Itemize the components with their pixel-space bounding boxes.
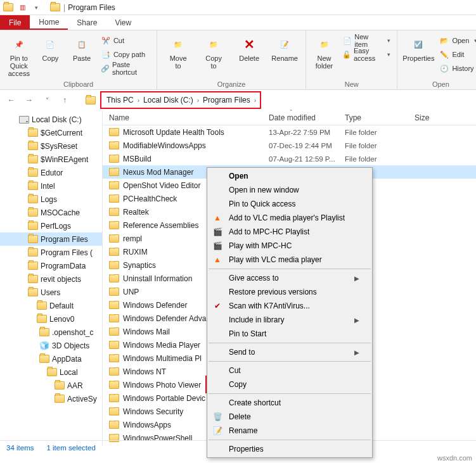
edit-icon: ✏️ <box>439 49 449 60</box>
file-date: 07-Dec-19 2:44 PM <box>269 142 345 149</box>
copy-to-button[interactable]: 📁Copy to <box>198 33 229 70</box>
tree-item[interactable]: Intel <box>0 179 102 193</box>
tab-file[interactable]: File <box>0 15 30 30</box>
tree-item[interactable]: Program Files ( <box>0 246 102 259</box>
rename-button[interactable]: 📝Rename <box>269 33 300 62</box>
menu-copy[interactable]: Copy <box>207 377 372 391</box>
menu-cut[interactable]: Cut <box>207 364 372 377</box>
menu-scan-antivirus[interactable]: ✔Scan with K7AntiVirus... <box>207 299 372 313</box>
chevron-right-icon[interactable]: › <box>197 97 199 104</box>
tree-item[interactable]: $SysReset <box>0 139 102 153</box>
new-folder-button[interactable]: 📁New folder <box>311 33 337 70</box>
file-row[interactable]: Microsoft Update Health Tools13-Apr-22 7… <box>103 125 476 139</box>
tree-item[interactable]: Local <box>0 365 102 379</box>
chevron-right-icon[interactable]: › <box>138 97 139 104</box>
menu-rename[interactable]: 📝Rename <box>207 424 372 438</box>
folder-icon <box>109 274 119 282</box>
file-row[interactable]: MSBuild07-Aug-21 12:59 P...File folder <box>103 152 476 165</box>
crumb-folder[interactable]: Program Files <box>202 96 252 105</box>
edit-button[interactable]: ✏️Edit <box>438 48 476 61</box>
file-name: MSBuild <box>123 155 151 163</box>
menu-restore-versions[interactable]: Restore previous versions <box>207 285 372 299</box>
column-name[interactable]: Name <box>103 110 269 125</box>
menu-mpc-play[interactable]: 🎬Play with MPC-HC <box>207 239 372 253</box>
file-row[interactable]: ModifiableWindowsApps07-Dec-19 2:44 PMFi… <box>103 139 476 152</box>
chevron-right-icon[interactable]: › <box>254 97 256 104</box>
copy-path-button[interactable]: 📑Copy path <box>100 48 151 61</box>
move-to-button[interactable]: 📁Move to <box>162 33 194 70</box>
menu-give-access[interactable]: Give access to▶ <box>207 271 372 285</box>
tree-item[interactable]: 🧊3D Objects <box>0 339 102 352</box>
history-button[interactable]: 🕘History <box>438 62 476 75</box>
tree-item[interactable]: Local Disk (C:) <box>0 113 102 126</box>
pin-quick-access-button[interactable]: 📌Pin to Quick access <box>5 33 33 77</box>
paste-shortcut-button[interactable]: 🔗Paste shortcut <box>100 62 151 75</box>
column-type[interactable]: Type <box>345 110 415 125</box>
tab-view[interactable]: View <box>106 15 140 30</box>
crumb-this-pc[interactable]: This PC <box>105 96 135 105</box>
forward-button[interactable]: → <box>23 94 35 106</box>
tree-item[interactable]: Edutor <box>0 166 102 179</box>
menu-vlc-play[interactable]: ▲Play with VLC media player <box>207 253 372 267</box>
tree-item[interactable]: .openshot_c <box>0 326 102 339</box>
paste-button[interactable]: 📋Paste <box>68 33 96 62</box>
column-size[interactable]: Size <box>415 110 476 125</box>
delete-button[interactable]: ✕Delete <box>233 33 265 62</box>
menu-vlc-add[interactable]: ▲Add to VLC media player's Playlist <box>207 211 372 225</box>
menu-open[interactable]: Open <box>207 169 372 183</box>
file-type: File folder <box>345 129 415 136</box>
open-button[interactable]: 📂Open▾ <box>438 34 476 47</box>
tree-item[interactable]: ActiveSy <box>0 392 102 405</box>
tree-item[interactable]: PerfLogs <box>0 219 102 232</box>
navigation-pane[interactable]: Local Disk (C:)$GetCurrent$SysReset$WinR… <box>0 110 103 446</box>
file-name: Windows Security <box>123 407 183 416</box>
crumb-drive[interactable]: Local Disk (C:) <box>142 96 195 105</box>
menu-mpc-add[interactable]: 🎬Add to MPC-HC Playlist <box>207 225 372 239</box>
menu-create-shortcut[interactable]: Create shortcut <box>207 396 372 410</box>
cut-button[interactable]: ✂️Cut <box>100 34 151 47</box>
address-bar[interactable]: This PC › Local Disk (C:) › Program File… <box>101 92 260 108</box>
new-item-button[interactable]: 📄New item▾ <box>341 34 392 47</box>
folder-icon <box>109 381 119 389</box>
tree-item[interactable]: $WinREAgent <box>0 153 102 166</box>
tab-home[interactable]: Home <box>30 15 68 30</box>
vlc-icon: ▲ <box>212 213 222 223</box>
tree-item[interactable]: ProgramData <box>0 259 102 272</box>
tree-item[interactable]: Program Files <box>0 232 102 246</box>
tab-share[interactable]: Share <box>68 15 106 30</box>
tree-item[interactable]: Logs <box>0 193 102 206</box>
rename-icon: 📝 <box>212 426 222 436</box>
moveto-icon: 📁 <box>169 35 187 53</box>
menu-open-new-window[interactable]: Open in new window <box>207 183 372 197</box>
tree-item[interactable]: Lenov0 <box>0 312 102 326</box>
tree-item[interactable]: revit objects <box>0 272 102 286</box>
cut-icon: ✂️ <box>101 35 111 46</box>
up-button[interactable]: ↑ <box>58 94 71 106</box>
column-date[interactable]: Date modified <box>269 110 345 125</box>
folder-icon <box>109 301 119 309</box>
group-label: Clipboard <box>5 79 151 88</box>
menu-include-library[interactable]: Include in library▶ <box>207 313 372 327</box>
recent-dropdown[interactable]: ˅ <box>41 94 53 106</box>
tree-item[interactable]: MSOCache <box>0 206 102 219</box>
qat-save-icon[interactable]: ▥ <box>16 2 28 13</box>
back-button[interactable]: ← <box>5 94 18 106</box>
properties-button[interactable]: ☑️Properties <box>402 33 434 62</box>
qat-dropdown-icon[interactable]: ▾ <box>30 2 42 13</box>
window-title: Program Files <box>68 3 115 12</box>
copy-button[interactable]: 📄Copy <box>37 33 65 62</box>
menu-pin-quick-access[interactable]: Pin to Quick access <box>207 197 372 211</box>
newitem-icon: 📄 <box>342 35 352 46</box>
easy-access-button[interactable]: 🔓Easy access▾ <box>341 48 392 61</box>
menu-pin-start[interactable]: Pin to Start <box>207 327 372 341</box>
tree-item[interactable]: Users <box>0 286 102 299</box>
menu-send-to[interactable]: Send to▶ <box>207 345 372 359</box>
file-name: rempl <box>123 234 142 243</box>
tree-item[interactable]: $GetCurrent <box>0 126 102 139</box>
tree-item[interactable]: Default <box>0 299 102 312</box>
tree-item[interactable]: AppData <box>0 352 102 365</box>
menu-delete[interactable]: 🗑️Delete <box>207 410 372 424</box>
menu-properties[interactable]: Properties <box>207 442 372 456</box>
tree-item[interactable]: AAR <box>0 379 102 392</box>
chevron-right-icon: ▶ <box>354 317 359 324</box>
